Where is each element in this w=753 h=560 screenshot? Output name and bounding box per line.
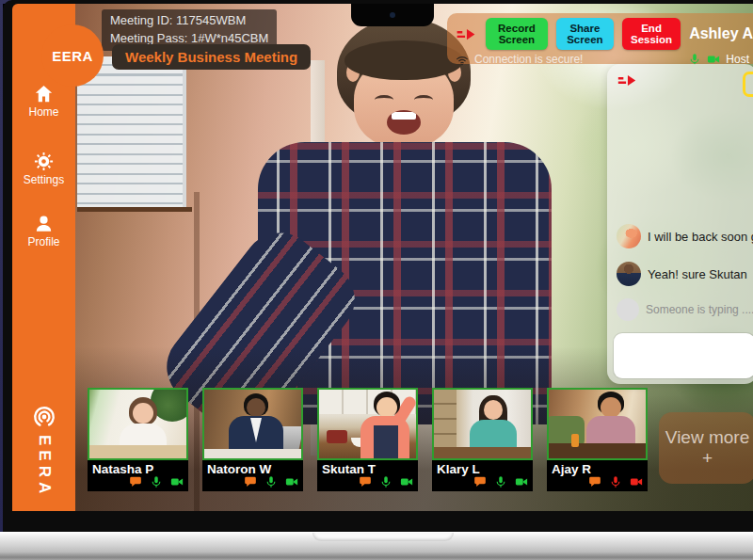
participant-video [317,388,418,460]
typing-indicator: Someone is typing .....! [617,298,753,321]
participant-name-bar: Skutan T [317,460,418,491]
chat-input[interactable] [614,333,753,378]
participant-video [547,388,648,460]
mic-icon[interactable] [150,475,163,488]
mic-icon[interactable] [264,475,278,488]
chat-message: I will be back soon guys [617,224,753,248]
chat-bubble-icon[interactable] [244,475,257,488]
camera-icon[interactable] [515,475,528,488]
laptop-lid-edge [0,0,3,532]
sidebar-item-home[interactable]: Home [12,83,75,119]
mic-icon[interactable] [379,475,393,488]
person-icon [33,213,55,234]
participant-name-bar: Ajay R [547,460,648,491]
participant-name: Skutan T [317,460,418,476]
record-screen-button[interactable]: Record Screen [486,18,548,50]
chat-message-text: Yeah! sure Skutan [648,267,747,281]
connection-status: Connection is secure! [474,53,583,66]
avatar [617,224,641,248]
participant-video [88,388,188,460]
window-blinds [77,56,186,207]
home-icon [33,83,55,104]
laptop-base [0,532,753,560]
participant-name-bar: Klary L [432,460,533,491]
chat-bubble-icon[interactable] [473,475,487,488]
participant-name: Natoron W [202,460,303,476]
app-window: Home Settings Profile EERA EERA Meeting … [0,0,753,560]
chat-collapse-arrow-icon[interactable] [617,73,637,91]
participant-video [202,388,303,460]
participant-name-bar: Natoron W [202,460,303,491]
mic-icon[interactable] [609,475,622,488]
chat-corner-button[interactable] [743,72,753,97]
gear-icon [33,151,55,172]
chat-message: Yeah! sure Skutan [617,262,747,286]
app-logo[interactable]: EERA [41,24,104,87]
broadcast-icon [32,405,56,429]
participant-video [432,388,533,460]
camera-icon[interactable] [630,475,643,488]
footer-logo-text: EERA [35,435,54,498]
camera-icon[interactable] [170,475,184,488]
participant-card[interactable]: Natoron W [202,388,303,491]
participant-card[interactable]: Natasha P [88,388,188,491]
host-name: Ashley A [689,25,753,42]
sidebar-item-label: Settings [12,173,75,186]
camera-icon[interactable] [285,475,298,488]
share-screen-button[interactable]: Share Screen [556,18,614,50]
chat-bubble-icon[interactable] [359,475,372,488]
laptop-base-notch [312,533,454,541]
sidebar-item-settings[interactable]: Settings [12,151,75,186]
sidebar-item-profile[interactable]: Profile [12,213,75,248]
participant-card[interactable]: Skutan T [317,388,418,491]
chat-message-text: I will be back soon guys [648,230,753,244]
view-more-button[interactable]: View more + [659,412,753,484]
typing-indicator-text: Someone is typing .....! [646,303,753,316]
camera-icon[interactable] [400,475,413,488]
sidebar-item-label: Profile [12,235,75,248]
laptop-notch [351,4,434,26]
participant-name: Ajay R [547,460,648,476]
avatar [617,298,639,321]
webcam-dot [390,12,395,18]
participant-name: Natasha P [88,460,188,476]
chat-bubble-icon[interactable] [588,475,601,488]
top-control-bar: Record Screen Share Screen End Session A… [447,13,753,64]
end-session-button[interactable]: End Session [622,18,681,50]
chat-bubble-icon[interactable] [129,475,142,488]
sidebar-footer: EERA [12,405,75,498]
participant-name-bar: Natasha P [88,460,188,491]
participant-card[interactable]: Klary L [432,388,533,491]
mic-icon[interactable] [494,475,507,488]
chat-panel: I will be back soon guys Yeah! sure Skut… [607,64,753,384]
wifi-icon [455,54,470,66]
sidebar-item-label: Home [12,105,75,119]
avatar [617,262,641,286]
logo-text: EERA [52,48,93,64]
participant-card[interactable]: Ajay R [547,388,648,491]
participant-name: Klary L [432,460,533,476]
screen-content: Home Settings Profile EERA EERA Meeting … [12,4,753,511]
meeting-id: Meeting ID: 117545WBM [110,12,268,30]
meeting-title: Weekly Business Meeting [112,44,311,70]
collapse-arrow-icon[interactable] [455,27,477,41]
